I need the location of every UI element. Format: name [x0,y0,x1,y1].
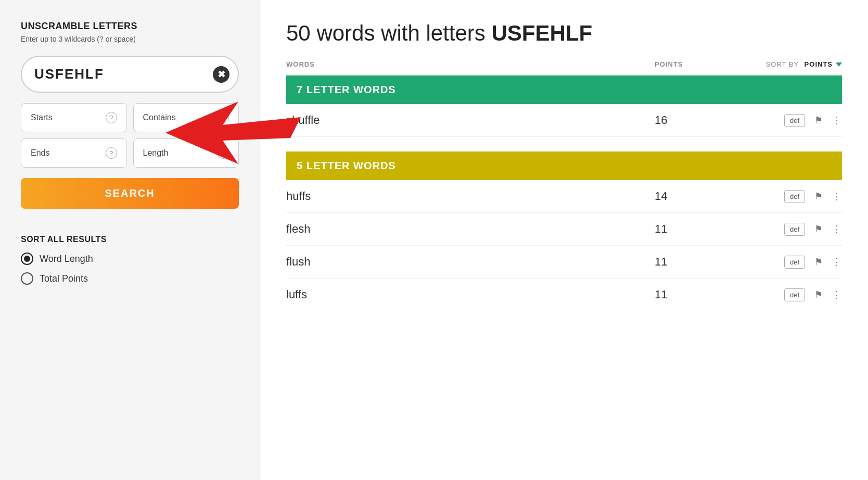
main-content: 50 words with letters USFEHLF WORDS POIN… [260,0,868,480]
more-luffs-icon[interactable]: ⋮ [832,289,842,300]
def-huffs-button[interactable]: def [784,190,805,203]
more-flesh-icon[interactable]: ⋮ [832,223,842,235]
heading-letters: USFEHLF [492,21,593,45]
length-filter[interactable]: Length ? [133,138,239,168]
search-button[interactable]: SEARCH [21,178,239,209]
actions-huffs: def ⚑ ⋮ [738,190,842,203]
word-flush: flush [286,255,655,269]
col-points-header: POINTS [655,60,738,68]
table-header: WORDS POINTS SORT BY POINTS [286,60,842,75]
sidebar: UNSCRAMBLE LETTERS Enter up to 3 wildcar… [0,0,260,480]
page-heading: 50 words with letters USFEHLF [286,21,842,46]
starts-filter[interactable]: Starts ? [21,103,127,132]
sort-section: SORT ALL RESULTS Word Length Total Point… [21,235,239,285]
actions-shuffle: def ⚑ ⋮ [738,114,842,127]
ends-label: Ends [31,148,49,158]
actions-flush: def ⚑ ⋮ [738,256,842,269]
def-flush-button[interactable]: def [784,256,805,269]
word-shuffle: shuffle [286,113,655,127]
flag-luffs-icon[interactable]: ⚑ [814,289,823,300]
sort-word-length[interactable]: Word Length [21,252,239,265]
contains-help-icon[interactable]: ? [218,112,229,123]
flag-shuffle-icon[interactable]: ⚑ [814,115,823,126]
sort-title: SORT ALL RESULTS [21,235,239,244]
contains-label: Contains [143,113,176,122]
clear-button[interactable]: ✖ [213,66,229,83]
category-5-letter: 5 LETTER WORDS [286,151,842,180]
word-row-huffs: huffs 14 def ⚑ ⋮ [286,180,842,213]
category-7-letter: 7 LETTER WORDS [286,75,842,104]
more-shuffle-icon[interactable]: ⋮ [832,115,842,126]
length-help-icon[interactable]: ? [218,147,229,159]
sort-total-points[interactable]: Total Points [21,272,239,285]
sort-by-value: POINTS [805,60,833,68]
word-row-shuffle: shuffle 16 def ⚑ ⋮ [286,104,842,137]
word-row-flush: flush 11 def ⚑ ⋮ [286,246,842,279]
starts-label: Starts [31,113,53,122]
col-words-header: WORDS [286,60,655,68]
points-flush: 11 [655,255,738,269]
points-flesh: 11 [655,222,738,236]
def-shuffle-button[interactable]: def [784,114,805,127]
word-huffs: huffs [286,190,655,203]
word-flesh: flesh [286,222,655,236]
sort-word-length-label: Word Length [40,254,93,264]
def-luffs-button[interactable]: def [784,288,805,301]
points-shuffle: 16 [655,113,738,127]
contains-filter[interactable]: Contains ? [133,103,239,132]
col-sort-header[interactable]: SORT BY POINTS [738,60,842,68]
filter-grid: Starts ? Contains ? Ends ? Length ? [21,103,239,168]
word-row-flesh: flesh 11 def ⚑ ⋮ [286,213,842,246]
actions-luffs: def ⚑ ⋮ [738,288,842,301]
word-luffs: luffs [286,288,655,301]
radio-word-length[interactable] [21,252,33,265]
flag-flesh-icon[interactable]: ⚑ [814,223,823,235]
actions-flesh: def ⚑ ⋮ [738,223,842,236]
points-luffs: 11 [655,288,738,301]
radio-total-points[interactable] [21,272,33,285]
sidebar-title: UNSCRAMBLE LETTERS [21,21,239,32]
more-huffs-icon[interactable]: ⋮ [832,191,842,202]
points-huffs: 14 [655,190,738,203]
def-flesh-button[interactable]: def [784,223,805,236]
more-flush-icon[interactable]: ⋮ [832,256,842,268]
flag-flush-icon[interactable]: ⚑ [814,256,823,268]
sort-dropdown-arrow[interactable] [836,62,842,67]
sort-by-label: SORT BY [766,60,801,68]
sidebar-subtitle: Enter up to 3 wildcards (? or space) [21,35,239,43]
ends-filter[interactable]: Ends ? [21,138,127,168]
letters-input[interactable] [21,56,239,93]
sort-total-points-label: Total Points [40,273,88,284]
starts-help-icon[interactable]: ? [106,112,117,123]
search-input-wrapper: ✖ [21,56,239,93]
word-row-luffs: luffs 11 def ⚑ ⋮ [286,279,842,311]
length-label: Length [143,148,169,158]
heading-prefix: 50 words with letters [286,21,492,45]
flag-huffs-icon[interactable]: ⚑ [814,191,823,202]
ends-help-icon[interactable]: ? [106,147,117,159]
category-5-letter-wrapper: 5 LETTER WORDS [286,151,842,180]
